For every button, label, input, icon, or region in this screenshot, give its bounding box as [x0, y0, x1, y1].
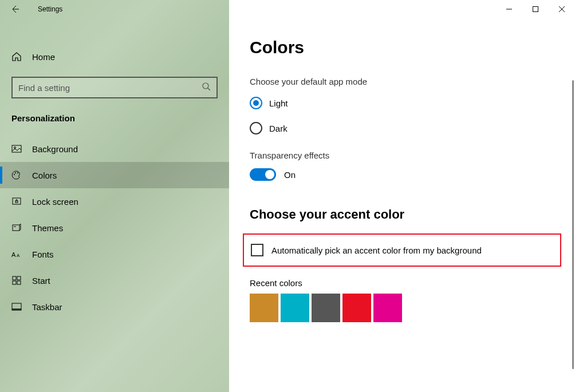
sidebar-item-lock-screen[interactable]: Lock screen	[0, 188, 229, 215]
svg-rect-9	[13, 225, 19, 231]
svg-point-5	[15, 172, 16, 173]
sidebar-item-label: Themes	[32, 223, 63, 233]
sidebar-item-taskbar[interactable]: Taskbar	[0, 294, 229, 320]
fonts-icon: AA	[11, 249, 22, 259]
svg-rect-13	[17, 276, 21, 280]
toggle-state: On	[284, 170, 296, 180]
svg-point-3	[14, 147, 16, 149]
sidebar-item-background[interactable]: Background	[0, 136, 229, 162]
svg-rect-17	[12, 308, 21, 310]
sidebar-item-fonts[interactable]: AA Fonts	[0, 241, 229, 267]
home-icon	[11, 52, 22, 62]
home-label: Home	[32, 52, 55, 62]
search-input[interactable]	[18, 83, 202, 93]
svg-rect-14	[13, 281, 16, 284]
search-box[interactable]	[11, 77, 218, 98]
transparency-toggle[interactable]	[250, 168, 276, 181]
auto-pick-label: Automatically pick an accent color from …	[271, 246, 482, 255]
themes-icon	[11, 223, 22, 233]
color-swatch[interactable]	[250, 294, 278, 322]
lock-screen-icon	[11, 196, 22, 207]
sidebar-item-label: Fonts	[32, 250, 54, 259]
window-title: Settings	[38, 5, 62, 13]
scrollbar[interactable]	[572, 80, 574, 369]
sidebar-item-themes[interactable]: Themes	[0, 215, 229, 241]
back-button[interactable]	[10, 5, 19, 15]
radio-label: Dark	[269, 124, 288, 133]
sidebar-item-label: Start	[32, 276, 50, 286]
auto-pick-checkbox-row[interactable]: Automatically pick an accent color from …	[251, 244, 553, 256]
palette-icon	[11, 170, 22, 180]
home-nav[interactable]: Home	[0, 45, 229, 69]
transparency-label: Transparency effects	[250, 151, 554, 160]
svg-text:A: A	[17, 253, 20, 258]
sidebar-item-colors[interactable]: Colors	[0, 162, 229, 188]
radio-label: Light	[269, 98, 288, 108]
recent-colors-label: Recent colors	[250, 278, 554, 288]
maximize-button[interactable]	[522, 0, 549, 18]
svg-rect-0	[533, 7, 538, 12]
svg-rect-12	[13, 276, 16, 280]
sidebar-item-label: Background	[32, 144, 78, 154]
start-icon	[11, 275, 22, 286]
svg-point-1	[203, 83, 208, 89]
svg-rect-15	[17, 281, 21, 284]
sidebar-item-label: Taskbar	[32, 302, 62, 312]
radio-icon	[250, 122, 262, 134]
category-label: Personalization	[0, 103, 229, 136]
svg-point-6	[17, 172, 18, 173]
radio-dark[interactable]: Dark	[250, 122, 554, 134]
sidebar: Home Personalization Background Colors L…	[0, 0, 229, 392]
color-swatch[interactable]	[312, 294, 340, 322]
minimize-button[interactable]	[496, 0, 522, 18]
color-swatch[interactable]	[342, 294, 371, 322]
sidebar-item-start[interactable]: Start	[0, 267, 229, 294]
radio-icon	[250, 97, 262, 109]
accent-title: Choose your accent color	[250, 207, 554, 222]
highlight-annotation: Automatically pick an accent color from …	[243, 233, 561, 267]
recent-colors-swatches	[250, 294, 554, 322]
settings-window: Settings Home Personalization Background	[0, 0, 575, 392]
sidebar-item-label: Colors	[32, 171, 57, 180]
main-content: Colors Choose your default app mode Ligh…	[229, 0, 575, 392]
svg-point-4	[14, 174, 15, 175]
taskbar-icon	[11, 302, 22, 312]
page-title: Colors	[250, 38, 554, 57]
search-icon	[202, 82, 211, 93]
color-swatch[interactable]	[281, 294, 309, 322]
close-button[interactable]	[549, 0, 575, 18]
svg-text:A: A	[11, 251, 16, 258]
app-mode-label: Choose your default app mode	[250, 77, 554, 86]
color-swatch[interactable]	[373, 294, 402, 322]
checkbox-icon	[251, 244, 263, 256]
svg-rect-8	[15, 201, 18, 203]
sidebar-item-label: Lock screen	[32, 197, 78, 207]
titlebar: Settings	[0, 0, 575, 18]
radio-light[interactable]: Light	[250, 97, 554, 109]
picture-icon	[11, 144, 22, 154]
